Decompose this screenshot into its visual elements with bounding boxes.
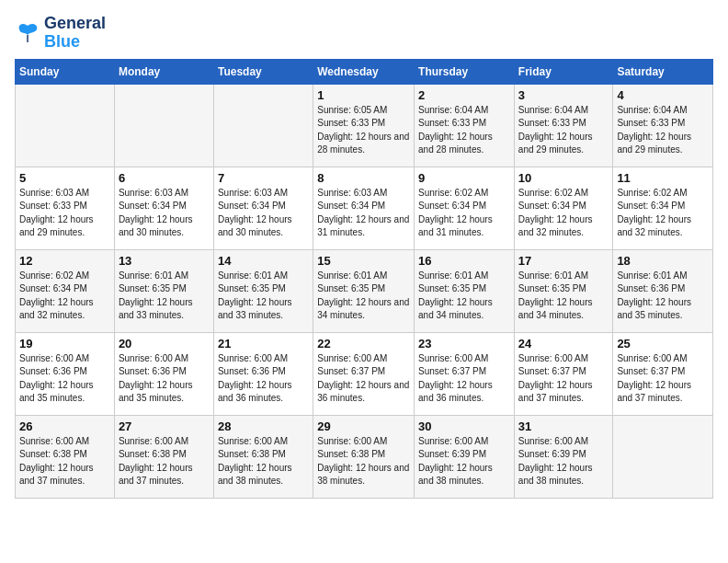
calendar-body: 1Sunrise: 6:05 AM Sunset: 6:33 PM Daylig… bbox=[16, 84, 713, 498]
day-cell: 20Sunrise: 6:00 AM Sunset: 6:36 PM Dayli… bbox=[114, 332, 213, 415]
day-info: Sunrise: 6:00 AM Sunset: 6:39 PM Dayligh… bbox=[418, 435, 510, 488]
day-number: 23 bbox=[418, 337, 510, 350]
day-info: Sunrise: 6:01 AM Sunset: 6:35 PM Dayligh… bbox=[317, 270, 410, 323]
day-cell: 27Sunrise: 6:00 AM Sunset: 6:38 PM Dayli… bbox=[114, 415, 213, 498]
day-info: Sunrise: 6:02 AM Sunset: 6:34 PM Dayligh… bbox=[418, 187, 510, 240]
header-cell-sunday: Sunday bbox=[16, 59, 115, 84]
week-row-3: 12Sunrise: 6:02 AM Sunset: 6:34 PM Dayli… bbox=[16, 249, 713, 332]
day-number: 25 bbox=[617, 337, 709, 350]
header-cell-saturday: Saturday bbox=[613, 59, 713, 84]
header-row: SundayMondayTuesdayWednesdayThursdayFrid… bbox=[16, 59, 713, 84]
day-cell: 14Sunrise: 6:01 AM Sunset: 6:35 PM Dayli… bbox=[213, 249, 313, 332]
day-cell bbox=[613, 415, 713, 498]
day-cell: 11Sunrise: 6:02 AM Sunset: 6:34 PM Dayli… bbox=[613, 167, 713, 249]
day-info: Sunrise: 6:00 AM Sunset: 6:38 PM Dayligh… bbox=[317, 435, 410, 488]
day-cell: 1Sunrise: 6:05 AM Sunset: 6:33 PM Daylig… bbox=[313, 84, 415, 167]
day-info: Sunrise: 6:01 AM Sunset: 6:35 PM Dayligh… bbox=[418, 270, 510, 323]
day-info: Sunrise: 6:00 AM Sunset: 6:36 PM Dayligh… bbox=[19, 352, 110, 406]
day-number: 11 bbox=[617, 171, 709, 185]
day-info: Sunrise: 6:03 AM Sunset: 6:33 PM Dayligh… bbox=[19, 187, 110, 240]
day-number: 10 bbox=[518, 171, 609, 185]
day-cell: 2Sunrise: 6:04 AM Sunset: 6:33 PM Daylig… bbox=[415, 84, 515, 167]
day-number: 29 bbox=[317, 419, 410, 433]
logo: General Blue bbox=[15, 15, 106, 52]
day-number: 31 bbox=[518, 419, 609, 433]
day-number: 4 bbox=[617, 88, 709, 102]
day-cell: 15Sunrise: 6:01 AM Sunset: 6:35 PM Dayli… bbox=[313, 249, 415, 332]
day-cell: 12Sunrise: 6:02 AM Sunset: 6:34 PM Dayli… bbox=[16, 249, 115, 332]
day-cell: 23Sunrise: 6:00 AM Sunset: 6:37 PM Dayli… bbox=[415, 332, 515, 415]
day-number: 2 bbox=[418, 88, 510, 102]
week-row-4: 19Sunrise: 6:00 AM Sunset: 6:36 PM Dayli… bbox=[16, 332, 713, 415]
day-info: Sunrise: 6:04 AM Sunset: 6:33 PM Dayligh… bbox=[418, 104, 510, 157]
day-number: 16 bbox=[418, 254, 510, 268]
day-number: 6 bbox=[119, 171, 210, 185]
day-info: Sunrise: 6:04 AM Sunset: 6:33 PM Dayligh… bbox=[518, 104, 609, 157]
day-cell: 21Sunrise: 6:00 AM Sunset: 6:36 PM Dayli… bbox=[213, 332, 313, 415]
day-cell: 13Sunrise: 6:01 AM Sunset: 6:35 PM Dayli… bbox=[114, 249, 213, 332]
day-info: Sunrise: 6:00 AM Sunset: 6:37 PM Dayligh… bbox=[418, 352, 510, 406]
day-number: 3 bbox=[518, 88, 609, 102]
day-info: Sunrise: 6:02 AM Sunset: 6:34 PM Dayligh… bbox=[518, 187, 609, 240]
day-number: 19 bbox=[19, 337, 110, 350]
day-number: 28 bbox=[218, 419, 309, 433]
day-number: 1 bbox=[317, 88, 410, 102]
page-header: General Blue bbox=[15, 15, 713, 52]
header-cell-friday: Friday bbox=[514, 59, 613, 84]
day-cell: 26Sunrise: 6:00 AM Sunset: 6:38 PM Dayli… bbox=[16, 415, 115, 498]
day-info: Sunrise: 6:05 AM Sunset: 6:33 PM Dayligh… bbox=[317, 104, 410, 157]
day-number: 15 bbox=[317, 254, 410, 268]
day-cell: 4Sunrise: 6:04 AM Sunset: 6:33 PM Daylig… bbox=[613, 84, 713, 167]
day-cell: 25Sunrise: 6:00 AM Sunset: 6:37 PM Dayli… bbox=[613, 332, 713, 415]
day-cell bbox=[213, 84, 313, 167]
calendar-table: SundayMondayTuesdayWednesdayThursdayFrid… bbox=[15, 59, 713, 499]
day-number: 21 bbox=[218, 337, 309, 350]
day-cell: 10Sunrise: 6:02 AM Sunset: 6:34 PM Dayli… bbox=[514, 167, 613, 249]
day-info: Sunrise: 6:00 AM Sunset: 6:36 PM Dayligh… bbox=[119, 352, 210, 406]
week-row-2: 5Sunrise: 6:03 AM Sunset: 6:33 PM Daylig… bbox=[16, 167, 713, 249]
day-cell: 17Sunrise: 6:01 AM Sunset: 6:35 PM Dayli… bbox=[514, 249, 613, 332]
day-cell: 29Sunrise: 6:00 AM Sunset: 6:38 PM Dayli… bbox=[313, 415, 415, 498]
calendar-header: SundayMondayTuesdayWednesdayThursdayFrid… bbox=[16, 59, 713, 84]
day-number: 22 bbox=[317, 337, 410, 350]
day-cell: 22Sunrise: 6:00 AM Sunset: 6:37 PM Dayli… bbox=[313, 332, 415, 415]
day-cell: 28Sunrise: 6:00 AM Sunset: 6:38 PM Dayli… bbox=[213, 415, 313, 498]
day-cell: 18Sunrise: 6:01 AM Sunset: 6:36 PM Dayli… bbox=[613, 249, 713, 332]
day-number: 14 bbox=[218, 254, 309, 268]
day-cell: 7Sunrise: 6:03 AM Sunset: 6:34 PM Daylig… bbox=[213, 167, 313, 249]
day-info: Sunrise: 6:00 AM Sunset: 6:37 PM Dayligh… bbox=[317, 352, 410, 406]
day-info: Sunrise: 6:01 AM Sunset: 6:35 PM Dayligh… bbox=[218, 270, 309, 323]
day-cell: 5Sunrise: 6:03 AM Sunset: 6:33 PM Daylig… bbox=[16, 167, 115, 249]
day-cell: 31Sunrise: 6:00 AM Sunset: 6:39 PM Dayli… bbox=[514, 415, 613, 498]
day-number: 20 bbox=[119, 337, 210, 350]
day-number: 7 bbox=[218, 171, 309, 185]
header-cell-thursday: Thursday bbox=[415, 59, 515, 84]
header-cell-tuesday: Tuesday bbox=[213, 59, 313, 84]
day-number: 5 bbox=[19, 171, 110, 185]
day-info: Sunrise: 6:02 AM Sunset: 6:34 PM Dayligh… bbox=[617, 187, 709, 240]
day-info: Sunrise: 6:00 AM Sunset: 6:38 PM Dayligh… bbox=[119, 435, 210, 488]
day-cell bbox=[16, 84, 115, 167]
day-cell: 8Sunrise: 6:03 AM Sunset: 6:34 PM Daylig… bbox=[313, 167, 415, 249]
day-info: Sunrise: 6:03 AM Sunset: 6:34 PM Dayligh… bbox=[218, 187, 309, 240]
day-info: Sunrise: 6:00 AM Sunset: 6:38 PM Dayligh… bbox=[19, 435, 110, 488]
day-number: 30 bbox=[418, 419, 510, 433]
day-info: Sunrise: 6:03 AM Sunset: 6:34 PM Dayligh… bbox=[317, 187, 410, 240]
day-number: 27 bbox=[119, 419, 210, 433]
day-info: Sunrise: 6:00 AM Sunset: 6:37 PM Dayligh… bbox=[617, 352, 709, 406]
day-cell: 3Sunrise: 6:04 AM Sunset: 6:33 PM Daylig… bbox=[514, 84, 613, 167]
day-number: 18 bbox=[617, 254, 709, 268]
day-number: 9 bbox=[418, 171, 510, 185]
day-info: Sunrise: 6:02 AM Sunset: 6:34 PM Dayligh… bbox=[19, 270, 110, 323]
day-cell: 24Sunrise: 6:00 AM Sunset: 6:37 PM Dayli… bbox=[514, 332, 613, 415]
day-number: 12 bbox=[19, 254, 110, 268]
day-info: Sunrise: 6:01 AM Sunset: 6:35 PM Dayligh… bbox=[518, 270, 609, 323]
day-cell: 19Sunrise: 6:00 AM Sunset: 6:36 PM Dayli… bbox=[16, 332, 115, 415]
logo-icon bbox=[15, 20, 40, 46]
day-number: 26 bbox=[19, 419, 110, 433]
day-info: Sunrise: 6:03 AM Sunset: 6:34 PM Dayligh… bbox=[119, 187, 210, 240]
day-number: 17 bbox=[518, 254, 609, 268]
week-row-1: 1Sunrise: 6:05 AM Sunset: 6:33 PM Daylig… bbox=[16, 84, 713, 167]
day-number: 8 bbox=[317, 171, 410, 185]
day-info: Sunrise: 6:00 AM Sunset: 6:36 PM Dayligh… bbox=[218, 352, 309, 406]
